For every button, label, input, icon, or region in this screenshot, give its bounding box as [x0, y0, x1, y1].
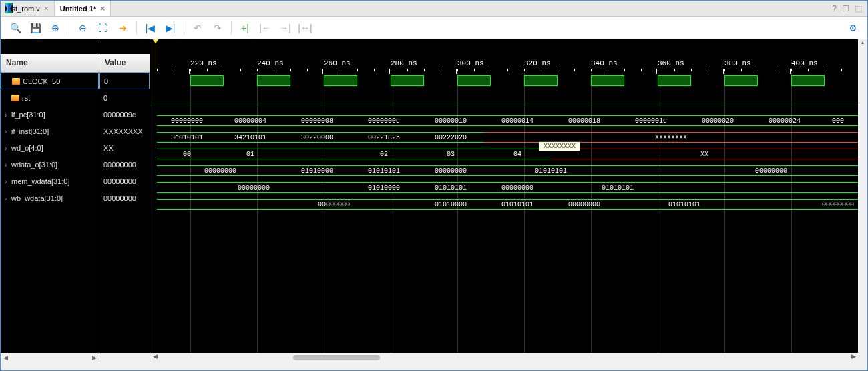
- value-hscroll[interactable]: [99, 353, 150, 362]
- wave-if-pc: 0000000000000004000000080000000c00000010…: [150, 113, 858, 129]
- signal-value-row: 00000000: [99, 173, 150, 190]
- value-header: Value: [99, 54, 150, 73]
- scroll-left-icon[interactable]: ◀: [150, 353, 160, 362]
- go-to-cursor-icon[interactable]: ➜: [114, 19, 132, 37]
- wave-clock-50: [150, 73, 858, 89]
- next-marker-icon[interactable]: →|: [276, 19, 294, 37]
- wave-mem-wdata: 0000000001010000010101010000000001010101: [150, 179, 858, 196]
- settings-gear-icon[interactable]: ⚙: [843, 19, 862, 37]
- scroll-left-icon[interactable]: ◀: [1, 354, 10, 361]
- value-panel: Value 000000009cXXXXXXXXXX00000000000000…: [99, 39, 150, 362]
- zoom-out-icon[interactable]: ⊖: [73, 19, 92, 37]
- next-transition-icon[interactable]: ↷: [208, 19, 227, 37]
- tab-bar: inst_rom.v × Untitled 1* × ? ☐ ⬚: [1, 1, 867, 17]
- swap-markers-icon[interactable]: |↔|: [296, 19, 314, 37]
- signal-value-row: 0: [99, 73, 150, 89]
- signal-name-row[interactable]: ›mem_wdata[31:0]: [1, 173, 99, 190]
- scroll-right-icon[interactable]: ▶: [849, 353, 858, 362]
- time-tick: 220 ns: [190, 59, 217, 67]
- time-tick: 360 ns: [658, 59, 684, 67]
- signal-value-row: 0: [99, 89, 150, 106]
- toolbar: 🔍 💾 ⊕ ⊖ ⛶ ➜ |◀ ▶| ↶ ↷ +| |← →| |↔| ⚙: [1, 17, 867, 39]
- add-marker-icon[interactable]: +|: [236, 19, 254, 37]
- signal-name-row[interactable]: ›if_pc[31:0]: [1, 106, 99, 123]
- signal-name-row[interactable]: CLOCK_50: [1, 73, 99, 89]
- hscroll-thumb[interactable]: [293, 355, 380, 360]
- signal-name-row[interactable]: ›wd_o[4:0]: [1, 139, 99, 156]
- name-body: CLOCK_50rst›if_pc[31:0]›if_inst[31:0]›wd…: [1, 73, 99, 353]
- name-hscroll[interactable]: ◀ ▶: [1, 353, 99, 362]
- time-tick: 380 ns: [724, 59, 751, 67]
- minimize-icon[interactable]: ☐: [842, 4, 849, 13]
- search-icon[interactable]: 🔍: [6, 19, 25, 37]
- signal-name-row[interactable]: rst: [1, 89, 99, 106]
- wave-wb-wdata: 0000000001010000010101010000000001010101…: [150, 196, 858, 213]
- tab-label: Untitled 1*: [60, 5, 96, 13]
- time-tick: 300 ns: [457, 59, 484, 67]
- wave-wdata-o: 0000000001010000010101010000000001010101…: [150, 163, 858, 179]
- window-controls: ? ☐ ⬚: [832, 4, 867, 13]
- prev-transition-icon[interactable]: ↶: [188, 19, 207, 37]
- separator: [184, 21, 184, 35]
- go-to-start-icon[interactable]: |◀: [141, 19, 160, 37]
- time-tick: 400 ns: [791, 59, 818, 67]
- help-icon[interactable]: ?: [832, 4, 837, 13]
- value-body: 000000009cXXXXXXXXXX00000000000000000000…: [99, 73, 150, 353]
- signal-value-row: XX: [99, 139, 150, 156]
- signal-name-row[interactable]: ›if_inst[31:0]: [1, 123, 99, 139]
- time-cursor[interactable]: [156, 39, 156, 73]
- zoom-fit-icon[interactable]: ⛶: [93, 19, 112, 37]
- signal-value-row: 00000000: [99, 190, 150, 206]
- signal-value-row: 00000000: [99, 156, 150, 173]
- name-header: Name: [1, 54, 99, 73]
- maximize-icon[interactable]: ⬚: [855, 4, 862, 13]
- prev-marker-icon[interactable]: |←: [256, 19, 274, 37]
- signal-name-row[interactable]: ›wdata_o[31:0]: [1, 156, 99, 173]
- time-tick: 280 ns: [391, 59, 417, 67]
- time-tick: 320 ns: [524, 59, 551, 67]
- scroll-right-icon[interactable]: ▶: [89, 354, 99, 361]
- wave-hscroll[interactable]: ◀ ▶: [150, 353, 858, 362]
- close-icon[interactable]: ×: [100, 4, 105, 13]
- separator: [69, 21, 69, 35]
- separator: [231, 21, 232, 35]
- save-icon[interactable]: 💾: [26, 19, 45, 37]
- waveform-area[interactable]: 220 ns240 ns260 ns280 ns300 ns320 ns340 …: [150, 39, 858, 362]
- vscroll-thumb[interactable]: [859, 41, 866, 61]
- waveforms: 0000000000000004000000080000000c00000010…: [150, 73, 858, 213]
- main-area: Name CLOCK_50rst›if_pc[31:0]›if_inst[31:…: [1, 39, 867, 362]
- signal-name-row[interactable]: ›wb_wdata[31:0]: [1, 190, 99, 206]
- name-panel: Name CLOCK_50rst›if_pc[31:0]›if_inst[31:…: [1, 39, 99, 362]
- time-tick: 240 ns: [257, 59, 284, 67]
- separator: [136, 21, 137, 35]
- tab-untitled[interactable]: Untitled 1* ×: [55, 1, 111, 16]
- wave-rst: [150, 89, 858, 106]
- signal-value-row: 0000009c: [99, 106, 150, 123]
- signal-value-row: XXXXXXXX: [99, 123, 150, 139]
- value-tooltip: XXXXXXXX: [539, 141, 580, 151]
- time-ruler: 220 ns240 ns260 ns280 ns300 ns320 ns340 …: [150, 39, 858, 73]
- wave-if-inst: 3c01010134210101302200000022182500222020…: [150, 129, 858, 146]
- wave-vscroll[interactable]: [858, 39, 867, 362]
- time-tick: 260 ns: [324, 59, 351, 67]
- go-to-end-icon[interactable]: ▶|: [161, 19, 180, 37]
- zoom-in-icon[interactable]: ⊕: [46, 19, 65, 37]
- time-tick: 340 ns: [591, 59, 618, 67]
- wave-wd-o: 0001020304XX: [150, 146, 858, 163]
- close-icon[interactable]: ×: [44, 4, 49, 13]
